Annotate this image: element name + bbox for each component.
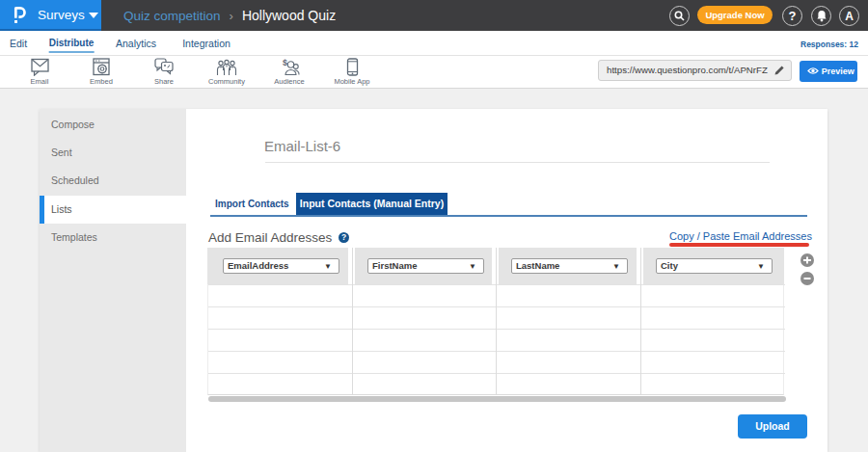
svg-text:$: $: [283, 58, 287, 67]
